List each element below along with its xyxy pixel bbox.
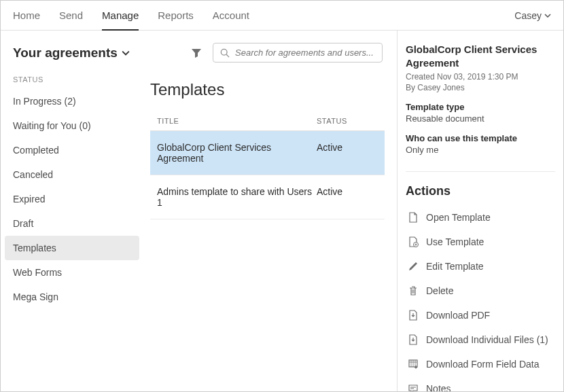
action-label: Use Template bbox=[426, 236, 484, 247]
chevron-down-icon bbox=[122, 49, 130, 57]
toolbar bbox=[150, 43, 385, 63]
action-label: Download Form Field Data bbox=[426, 359, 540, 370]
download-icon bbox=[407, 334, 419, 346]
details-by: By Casey Jones bbox=[406, 83, 555, 92]
sidebar-item-waiting[interactable]: Waiting for You (0) bbox=[1, 113, 143, 138]
download-icon bbox=[407, 309, 419, 321]
template-type-value: Reusable document bbox=[406, 113, 555, 124]
sidebar-item-expired[interactable]: Expired bbox=[1, 187, 143, 211]
note-icon bbox=[407, 382, 419, 391]
sidebar: Your agreements STATUS In Progress (2) W… bbox=[1, 31, 143, 391]
sidebar-item-draft[interactable]: Draft bbox=[1, 211, 143, 236]
sidebar-item-canceled[interactable]: Canceled bbox=[1, 162, 143, 187]
table-header: TITLE STATUS bbox=[150, 111, 385, 131]
details-pane: GlobalCorp Client Services Agreement Cre… bbox=[397, 31, 563, 391]
user-name: Casey bbox=[514, 10, 542, 21]
chevron-down-icon bbox=[544, 12, 551, 19]
sidebar-heading[interactable]: Your agreements bbox=[1, 43, 143, 70]
who-label: Who can use this template bbox=[406, 133, 555, 143]
top-nav: Home Send Manage Reports Account Casey bbox=[1, 1, 563, 31]
search-icon bbox=[220, 48, 230, 58]
row-title: GlobalCorp Client Services Agreement bbox=[157, 142, 317, 164]
action-download-form-data[interactable]: Download Form Field Data bbox=[406, 352, 555, 376]
doc-plus-icon bbox=[407, 236, 419, 248]
action-label: Open Template bbox=[426, 212, 491, 223]
action-open-template[interactable]: Open Template bbox=[406, 205, 555, 230]
sidebar-item-templates[interactable]: Templates bbox=[5, 236, 139, 260]
svg-point-0 bbox=[221, 49, 227, 55]
data-download-icon bbox=[407, 358, 419, 370]
search-input[interactable] bbox=[235, 48, 375, 58]
row-status: Active bbox=[317, 186, 378, 208]
center-pane: Templates TITLE STATUS GlobalCorp Client… bbox=[143, 31, 397, 391]
actions-header: Actions bbox=[406, 171, 555, 198]
sidebar-item-in-progress[interactable]: In Progress (2) bbox=[1, 89, 143, 113]
row-title: Admins template to share with Users 1 bbox=[157, 186, 317, 208]
tab-manage[interactable]: Manage bbox=[102, 1, 139, 31]
tab-reports[interactable]: Reports bbox=[158, 1, 194, 29]
svg-line-1 bbox=[226, 54, 229, 57]
action-label: Notes bbox=[426, 383, 451, 391]
tab-send[interactable]: Send bbox=[59, 1, 83, 29]
details-created: Created Nov 03, 2019 1:30 PM bbox=[406, 72, 555, 82]
action-notes[interactable]: Notes bbox=[406, 376, 555, 391]
action-label: Delete bbox=[426, 285, 453, 296]
action-download-pdf[interactable]: Download PDF bbox=[406, 303, 555, 327]
row-status: Active bbox=[317, 142, 378, 164]
trash-icon bbox=[407, 285, 419, 297]
table-row[interactable]: Admins template to share with Users 1 Ac… bbox=[150, 175, 385, 219]
tab-account[interactable]: Account bbox=[213, 1, 249, 29]
user-menu[interactable]: Casey bbox=[514, 10, 551, 21]
sidebar-section-label: STATUS bbox=[1, 70, 143, 89]
col-status-header[interactable]: STATUS bbox=[317, 117, 378, 125]
document-icon bbox=[407, 211, 419, 224]
action-edit-template[interactable]: Edit Template bbox=[406, 254, 555, 279]
sidebar-heading-label: Your agreements bbox=[13, 46, 118, 60]
action-label: Edit Template bbox=[426, 261, 484, 272]
templates-table: TITLE STATUS GlobalCorp Client Services … bbox=[150, 111, 385, 219]
sidebar-item-web-forms[interactable]: Web Forms bbox=[1, 260, 143, 285]
template-type-label: Template type bbox=[406, 102, 555, 112]
sidebar-item-mega-sign[interactable]: Mega Sign bbox=[1, 285, 143, 309]
action-label: Download Individual Files (1) bbox=[426, 334, 548, 345]
col-title-header[interactable]: TITLE bbox=[157, 117, 317, 125]
tab-home[interactable]: Home bbox=[13, 1, 40, 29]
table-row[interactable]: GlobalCorp Client Services Agreement Act… bbox=[150, 131, 385, 175]
action-label: Download PDF bbox=[426, 310, 490, 321]
action-use-template[interactable]: Use Template bbox=[406, 230, 555, 254]
pencil-icon bbox=[407, 260, 419, 272]
filter-icon[interactable] bbox=[188, 45, 205, 61]
who-value: Only me bbox=[406, 145, 555, 155]
details-title: GlobalCorp Client Services Agreement bbox=[406, 43, 555, 69]
action-download-individual[interactable]: Download Individual Files (1) bbox=[406, 327, 555, 352]
sidebar-item-completed[interactable]: Completed bbox=[1, 138, 143, 162]
page-title: Templates bbox=[150, 80, 385, 99]
search-box[interactable] bbox=[213, 43, 383, 63]
action-delete[interactable]: Delete bbox=[406, 279, 555, 303]
